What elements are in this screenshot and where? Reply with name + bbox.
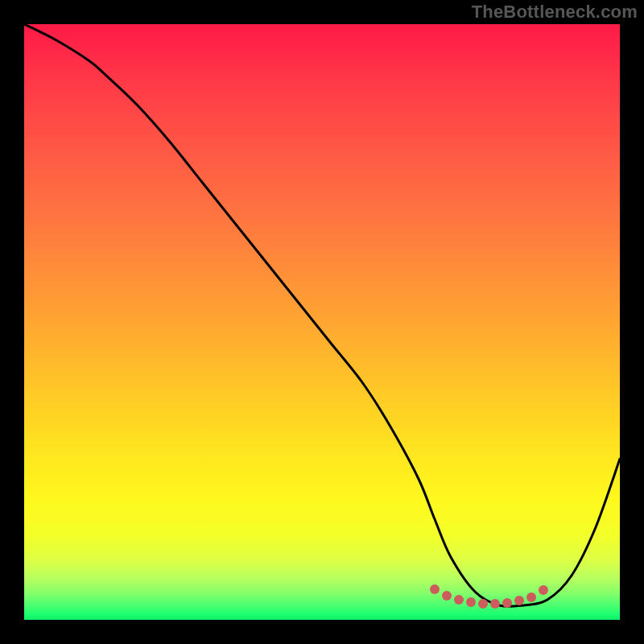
plot-area — [24, 24, 620, 620]
marker-dot — [490, 599, 500, 609]
bottleneck-curve — [24, 24, 620, 607]
marker-dot — [466, 597, 476, 607]
marker-dot — [526, 592, 536, 602]
marker-dot — [442, 591, 452, 601]
curve-chart — [24, 24, 620, 620]
marker-dot — [514, 596, 524, 605]
marker-dot — [539, 585, 548, 595]
chart-frame: TheBottleneck.com — [0, 0, 644, 644]
marker-dot — [478, 599, 488, 609]
marker-dot — [454, 595, 464, 605]
marker-dot — [430, 584, 440, 594]
watermark-text: TheBottleneck.com — [472, 2, 638, 23]
marker-dot — [502, 598, 512, 608]
